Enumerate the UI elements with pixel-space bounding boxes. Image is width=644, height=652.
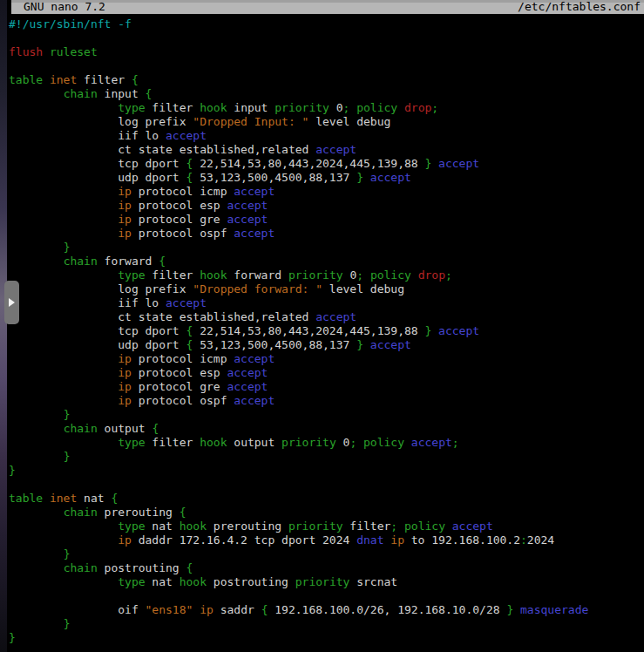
code-line: type filter hook forward priority 0; pol… bbox=[9, 268, 644, 282]
nano-file-path: /etc/nftables.conf bbox=[518, 0, 641, 14]
code-line: } bbox=[9, 617, 644, 631]
code-line: table inet filter { bbox=[9, 73, 644, 87]
code-line: tcp dport { 22,514,53,80,443,2024,445,13… bbox=[9, 324, 644, 338]
code-line bbox=[9, 59, 644, 73]
code-line: table inet nat { bbox=[9, 492, 644, 506]
code-line: ip protocol icmp accept bbox=[9, 185, 644, 199]
code-line: } bbox=[9, 464, 644, 478]
code-line: oif "ens18" ip saddr { 192.168.100.0/26,… bbox=[9, 603, 644, 617]
code-line: log prefix "Dropped forward: " level deb… bbox=[9, 282, 644, 296]
code-line: ip daddr 172.16.4.2 tcp dport 2024 dnat … bbox=[9, 533, 644, 547]
code-line: chain input { bbox=[9, 87, 644, 101]
code-line: chain forward { bbox=[9, 255, 644, 268]
code-line bbox=[9, 31, 644, 45]
code-line: } bbox=[9, 241, 644, 255]
code-line: ip protocol icmp accept bbox=[9, 352, 644, 366]
code-line: udp dport { 53,123,500,4500,88,137 } acc… bbox=[9, 171, 644, 185]
editor-area[interactable]: #!/usr/sbin/nft -fflush rulesettable ine… bbox=[7, 14, 644, 645]
nano-app-title: GNU nano 7.2 bbox=[24, 0, 105, 14]
code-line: type nat hook postrouting priority srcna… bbox=[9, 575, 644, 589]
code-line bbox=[9, 478, 644, 492]
panel-expander-handle[interactable] bbox=[4, 281, 19, 324]
code-line: iif lo accept bbox=[9, 296, 644, 310]
desktop-background bbox=[0, 0, 7, 652]
nano-titlebar: GNU nano 7.2 /etc/nftables.conf bbox=[11, 0, 644, 14]
expand-arrow-icon bbox=[9, 298, 15, 307]
code-line: ip protocol ospf accept bbox=[9, 394, 644, 408]
terminal-window: GNU nano 7.2 /etc/nftables.conf #!/usr/s… bbox=[7, 0, 644, 652]
code-line: ip protocol gre accept bbox=[9, 380, 644, 394]
code-line: } bbox=[9, 631, 644, 645]
code-line: ct state established,related accept bbox=[9, 143, 644, 157]
code-line: ip protocol esp accept bbox=[9, 199, 644, 213]
code-line: } bbox=[9, 450, 644, 464]
code-line: chain output { bbox=[9, 422, 644, 436]
code-line: } bbox=[9, 408, 644, 422]
code-line: log prefix "Dropped Input: " level debug bbox=[9, 115, 644, 129]
code-line: type nat hook prerouting priority filter… bbox=[9, 520, 644, 533]
code-line: type filter hook output priority 0; poli… bbox=[9, 436, 644, 450]
code-line: ct state established,related accept bbox=[9, 310, 644, 324]
code-line: ip protocol ospf accept bbox=[9, 227, 644, 241]
code-line: ip protocol esp accept bbox=[9, 366, 644, 380]
code-line bbox=[9, 589, 644, 603]
code-line: udp dport { 53,123,500,4500,88,137 } acc… bbox=[9, 338, 644, 352]
code-line: ip protocol gre accept bbox=[9, 213, 644, 227]
code-line: type filter hook input priority 0; polic… bbox=[9, 101, 644, 115]
code-line: chain postrouting { bbox=[9, 561, 644, 575]
code-line: chain prerouting { bbox=[9, 506, 644, 520]
code-line: iif lo accept bbox=[9, 129, 644, 143]
code-line: tcp dport { 22,514,53,80,443,2024,445,13… bbox=[9, 157, 644, 171]
code-line: flush ruleset bbox=[9, 45, 644, 59]
code-line: #!/usr/sbin/nft -f bbox=[9, 17, 644, 31]
code-line: } bbox=[9, 547, 644, 561]
